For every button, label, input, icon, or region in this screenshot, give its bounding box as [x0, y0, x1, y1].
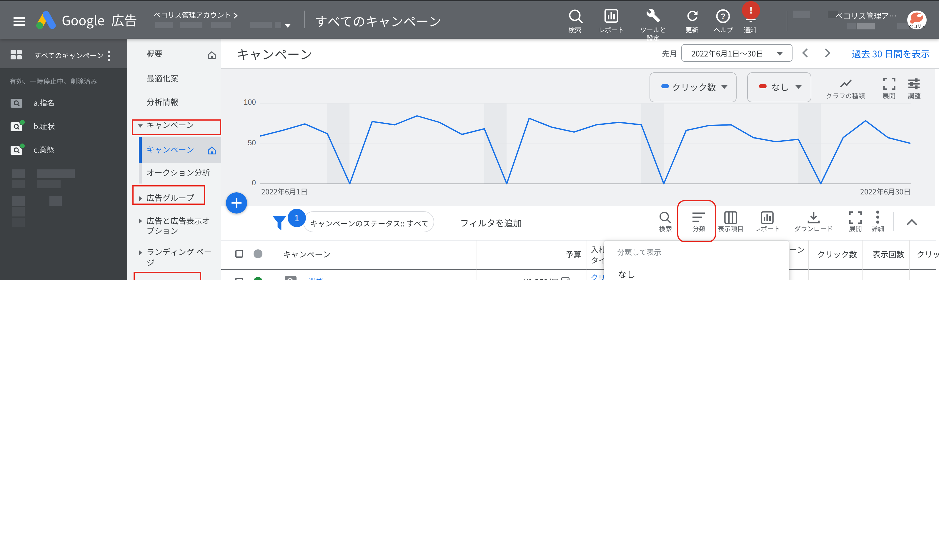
svg-text:?: ?	[720, 12, 725, 21]
